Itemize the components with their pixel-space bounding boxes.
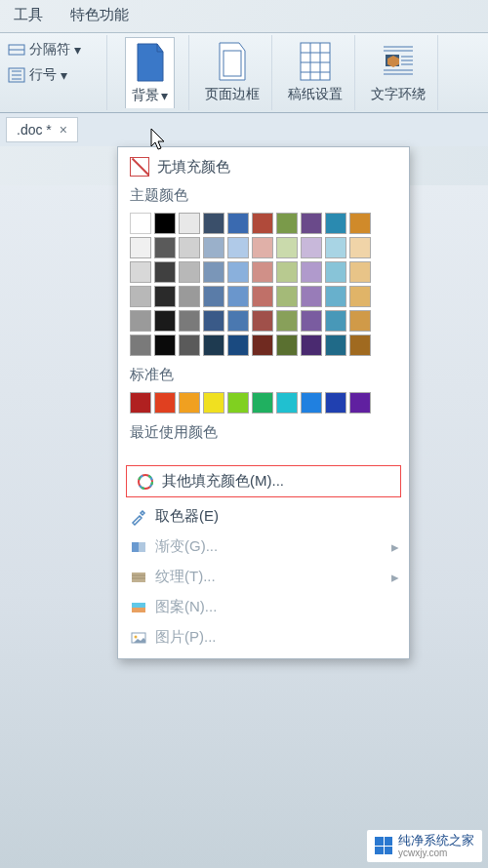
color-swatch[interactable]: [276, 335, 298, 356]
menu-special[interactable]: 特色功能: [57, 2, 142, 28]
color-swatch[interactable]: [301, 392, 322, 414]
highlight-more-fill: 其他填充颜色(M)...: [126, 465, 401, 497]
pattern-icon: [130, 599, 147, 616]
color-swatch[interactable]: [130, 261, 151, 283]
color-swatch[interactable]: [227, 392, 249, 414]
color-swatch[interactable]: [203, 335, 224, 356]
texture-option[interactable]: 纹理(T)... ▸: [118, 562, 409, 592]
color-swatch[interactable]: [179, 335, 200, 356]
page-border-button[interactable]: 页面边框: [199, 37, 265, 107]
color-swatch[interactable]: [227, 213, 249, 234]
color-swatch[interactable]: [130, 237, 151, 258]
ribbon: 分隔符 ▾ 行号 ▾ 背景▾ 页面边框 稿纸设置 文字环绕: [0, 33, 488, 113]
color-swatch[interactable]: [130, 286, 151, 307]
color-swatch[interactable]: [203, 237, 224, 258]
chevron-down-icon: ▾: [74, 42, 81, 58]
color-swatch[interactable]: [252, 310, 273, 332]
separator-button[interactable]: 分隔符 ▾: [6, 37, 83, 62]
picture-option[interactable]: 图片(P)...: [118, 622, 409, 652]
color-swatch[interactable]: [130, 335, 151, 356]
color-swatch[interactable]: [179, 392, 200, 414]
color-swatch[interactable]: [130, 213, 151, 234]
color-swatch[interactable]: [349, 261, 371, 283]
background-button[interactable]: 背景▾: [125, 37, 175, 108]
color-swatch[interactable]: [301, 310, 322, 332]
color-swatch[interactable]: [154, 286, 176, 307]
chevron-down-icon: ▾: [161, 88, 168, 103]
color-swatch[interactable]: [349, 213, 371, 234]
color-swatch[interactable]: [301, 335, 322, 356]
watermark-url: ycwxjy.com: [398, 848, 474, 858]
color-swatch[interactable]: [154, 261, 176, 283]
gradient-option[interactable]: 渐变(G)... ▸: [118, 532, 409, 562]
color-swatch[interactable]: [276, 392, 298, 414]
color-swatch[interactable]: [227, 261, 249, 283]
color-swatch[interactable]: [349, 237, 371, 258]
color-swatch[interactable]: [179, 213, 200, 234]
color-swatch[interactable]: [154, 213, 176, 234]
color-swatch[interactable]: [325, 392, 346, 414]
more-fill-colors-option[interactable]: 其他填充颜色(M)...: [131, 468, 396, 494]
standard-color-grid: [118, 386, 409, 419]
color-swatch[interactable]: [252, 392, 273, 414]
no-fill-option[interactable]: 无填充颜色: [118, 151, 409, 182]
color-swatch[interactable]: [252, 261, 273, 283]
color-swatch[interactable]: [203, 261, 224, 283]
color-swatch[interactable]: [301, 213, 322, 234]
color-swatch[interactable]: [203, 286, 224, 307]
color-swatch[interactable]: [203, 213, 224, 234]
document-tab[interactable]: .doc * ×: [6, 117, 78, 142]
color-swatch[interactable]: [325, 335, 346, 356]
text-wrap-button[interactable]: 文字环绕: [365, 37, 431, 107]
color-swatch[interactable]: [252, 213, 273, 234]
color-swatch[interactable]: [130, 392, 151, 414]
color-swatch[interactable]: [227, 310, 249, 332]
color-swatch[interactable]: [325, 261, 346, 283]
submenu-arrow-icon: ▸: [391, 569, 399, 586]
eyedropper-option[interactable]: 取色器(E): [118, 501, 409, 532]
paper-setup-button[interactable]: 稿纸设置: [282, 37, 348, 107]
color-swatch[interactable]: [325, 213, 346, 234]
color-swatch[interactable]: [179, 310, 200, 332]
color-swatch[interactable]: [349, 392, 371, 414]
theme-color-grid: [118, 207, 409, 362]
menu-tools[interactable]: 工具: [0, 2, 57, 28]
color-swatch[interactable]: [301, 237, 322, 258]
color-swatch[interactable]: [325, 286, 346, 307]
color-swatch[interactable]: [154, 335, 176, 356]
gradient-icon: [130, 538, 147, 556]
color-swatch[interactable]: [227, 286, 249, 307]
color-swatch[interactable]: [349, 310, 371, 332]
color-swatch[interactable]: [252, 286, 273, 307]
color-swatch[interactable]: [179, 237, 200, 258]
color-swatch[interactable]: [179, 286, 200, 307]
color-swatch[interactable]: [301, 286, 322, 307]
color-swatch[interactable]: [349, 286, 371, 307]
color-swatch[interactable]: [252, 335, 273, 356]
color-swatch[interactable]: [325, 310, 346, 332]
color-swatch[interactable]: [203, 392, 224, 414]
color-swatch[interactable]: [154, 392, 176, 414]
tab-close-button[interactable]: ×: [60, 122, 67, 138]
color-swatch[interactable]: [325, 237, 346, 258]
menu-bar: 工具 特色功能: [0, 0, 488, 33]
color-swatch[interactable]: [276, 310, 298, 332]
color-swatch[interactable]: [227, 335, 249, 356]
color-swatch[interactable]: [203, 310, 224, 332]
color-swatch[interactable]: [227, 237, 249, 258]
color-swatch[interactable]: [276, 237, 298, 258]
color-swatch[interactable]: [252, 237, 273, 258]
color-swatch[interactable]: [130, 310, 151, 332]
pattern-option[interactable]: 图案(N)...: [118, 592, 409, 622]
line-number-button[interactable]: 行号 ▾: [6, 62, 69, 88]
color-swatch[interactable]: [301, 261, 322, 283]
color-swatch[interactable]: [276, 261, 298, 283]
color-swatch[interactable]: [154, 237, 176, 258]
color-swatch[interactable]: [154, 310, 176, 332]
color-wheel-icon: [137, 473, 154, 491]
color-swatch[interactable]: [179, 261, 200, 283]
color-swatch[interactable]: [276, 213, 298, 234]
page-icon: [134, 42, 167, 83]
color-swatch[interactable]: [276, 286, 298, 307]
color-swatch[interactable]: [349, 335, 371, 356]
